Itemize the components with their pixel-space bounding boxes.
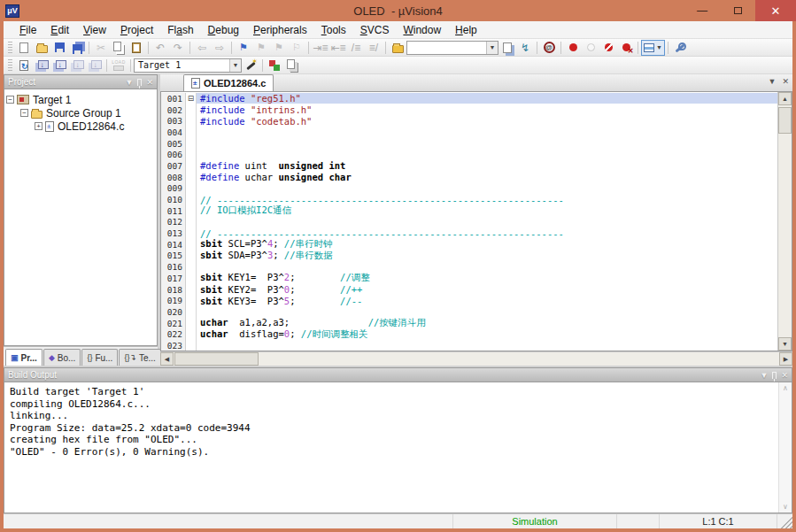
find-in-files2-button[interactable] <box>498 40 516 56</box>
code-line[interactable]: 016 <box>161 261 777 273</box>
previous-bookmark-button[interactable]: ⚑ <box>252 40 270 56</box>
tab-functions[interactable]: {} Fu... <box>81 349 118 366</box>
maximize-button[interactable] <box>720 0 755 21</box>
debug-windows-button[interactable]: ▼ <box>641 40 665 56</box>
menu-flash[interactable]: Flash <box>160 22 200 38</box>
collapse-icon[interactable]: − <box>6 96 14 104</box>
code-line[interactable]: 015sbit SDA=P3^3; //串行数据 <box>161 251 777 262</box>
fold-icon[interactable]: ⊟ <box>186 93 197 104</box>
copy-button[interactable] <box>110 40 128 56</box>
code-line[interactable]: 006 <box>161 149 777 160</box>
scroll-left-icon[interactable]: ◀ <box>160 352 174 366</box>
tab-list-icon[interactable]: ▼ <box>769 77 777 86</box>
code-line[interactable]: 022uchar disflag=0; //时间调整相关 <box>161 328 777 340</box>
file-extensions-button[interactable] <box>266 58 283 73</box>
code-line[interactable]: 013// ----------------------------------… <box>161 227 777 239</box>
next-bookmark-button[interactable]: ⚑ <box>270 40 288 56</box>
combo-dropdown-icon[interactable]: ▼ <box>229 59 241 72</box>
find-text-combo[interactable]: ▼ <box>406 41 498 55</box>
batch-build-button[interactable] <box>68 58 86 73</box>
menu-file[interactable]: File <box>12 22 43 38</box>
menu-view[interactable]: View <box>76 22 113 38</box>
paste-button[interactable] <box>128 40 145 56</box>
close-button[interactable]: ✕ <box>755 0 796 21</box>
menu-tools[interactable]: Tools <box>314 22 353 38</box>
code-line[interactable]: 002#include "intrins.h" <box>161 104 777 116</box>
redo-button[interactable]: ↷ <box>169 40 187 56</box>
resize-grip[interactable] <box>777 514 792 528</box>
code-line[interactable]: 017sbit KEY1= P3^2; //调整 <box>161 273 777 284</box>
open-file-button[interactable] <box>33 40 50 56</box>
uncomment-selection-button[interactable]: ≡/ <box>365 40 383 56</box>
undo-button[interactable]: ↶ <box>151 40 169 56</box>
clear-bookmarks-button[interactable]: ⚐ <box>288 40 305 56</box>
tab-books[interactable]: ◆ Bo... <box>43 349 81 366</box>
scroll-up-icon[interactable]: ▲ <box>778 92 792 105</box>
build-output-scrollbar[interactable]: ∧ ∨ <box>778 382 792 513</box>
code-line[interactable]: 020 <box>161 306 777 318</box>
combo-dropdown-icon[interactable]: ▼ <box>486 42 498 54</box>
code-line[interactable]: 023 <box>161 340 777 351</box>
insert-bookmark-button[interactable]: ⚑ <box>235 40 252 56</box>
new-file-button[interactable] <box>15 40 33 56</box>
navigate-back-button[interactable]: ⇦ <box>193 40 211 56</box>
code-lines[interactable]: 001⊟#include "reg51.h"002#include "intri… <box>161 92 777 351</box>
options-for-target-button[interactable] <box>242 58 259 73</box>
tab-templates[interactable]: {}↴ Te... <box>119 349 160 366</box>
code-line[interactable]: 019sbit KEY3= P3^5; //-- <box>161 295 777 306</box>
tree-item-target[interactable]: − Target 1 <box>6 93 155 106</box>
menu-debug[interactable]: Debug <box>201 22 246 38</box>
expand-icon[interactable]: + <box>35 122 43 130</box>
pin-icon[interactable] <box>772 372 777 379</box>
insert-breakpoint-button[interactable] <box>564 40 582 56</box>
code-line[interactable]: 004 <box>161 127 777 138</box>
save-all-button[interactable] <box>68 40 86 56</box>
menu-window[interactable]: Window <box>396 22 448 38</box>
scroll-down-icon[interactable]: ∨ <box>783 503 788 511</box>
pin-icon[interactable] <box>137 79 142 86</box>
disable-all-breakpoints-button[interactable] <box>599 40 617 56</box>
cut-button[interactable]: ✂ <box>92 40 110 56</box>
tree-item-source-file[interactable]: + OLED12864.c <box>6 120 155 133</box>
navigate-forward-button[interactable]: ⇨ <box>211 40 228 56</box>
scroll-right-icon[interactable]: ▶ <box>779 352 792 366</box>
menu-project[interactable]: Project <box>113 22 160 38</box>
target-select-combo[interactable]: Target 1 ▼ <box>134 58 242 73</box>
code-line[interactable]: 003#include "codetab.h" <box>161 115 777 127</box>
panel-close-icon[interactable]: ✕ <box>146 78 153 87</box>
code-line[interactable]: 014sbit SCL=P3^4; //串行时钟 <box>161 239 777 251</box>
code-line[interactable]: 008#define uchar unsigned char <box>161 172 777 183</box>
scroll-down-icon[interactable]: ▼ <box>778 337 792 351</box>
incremental-find-button[interactable]: ↯ <box>516 40 534 56</box>
unindent-button[interactable]: ⇤≡ <box>329 40 347 56</box>
code-line[interactable]: 010// ----------------------------------… <box>161 194 777 205</box>
code-line[interactable]: 011// IO口模拟I2C通信 <box>161 205 777 217</box>
build-button[interactable] <box>33 58 50 73</box>
stop-build-button[interactable] <box>86 58 104 73</box>
panel-menu-icon[interactable]: ▼ <box>761 371 769 380</box>
code-line[interactable]: 005 <box>161 138 777 150</box>
tab-project[interactable]: ▣ Pr... <box>5 349 43 366</box>
code-line[interactable]: 001⊟#include "reg51.h" <box>161 93 777 104</box>
editor-vertical-scrollbar[interactable]: ▲ ▼ <box>777 92 792 351</box>
code-line[interactable]: 012 <box>161 217 777 228</box>
panel-menu-icon[interactable]: ▼ <box>126 78 134 87</box>
translate-button[interactable] <box>15 58 33 73</box>
scroll-up-icon[interactable]: ∧ <box>783 384 788 392</box>
configure-button[interactable] <box>671 40 689 56</box>
toggle-breakpoint-button[interactable] <box>582 40 599 56</box>
build-output-text[interactable]: Build target 'Target 1'compiling OLED128… <box>4 382 778 513</box>
editor-horizontal-scrollbar[interactable]: ◀ ▶ <box>160 351 792 366</box>
code-line[interactable]: 018sbit KEY2= P3^0; //++ <box>161 284 777 296</box>
code-line[interactable]: 021uchar a1,a2,a3; //按键消斗用 <box>161 318 777 329</box>
scrollbar-thumb[interactable] <box>174 352 259 366</box>
tree-item-source-group[interactable]: − Source Group 1 <box>6 106 155 120</box>
menu-help[interactable]: Help <box>448 22 484 38</box>
close-document-icon[interactable]: ✕ <box>782 77 789 86</box>
kill-all-breakpoints-button[interactable] <box>617 40 635 56</box>
code-line[interactable]: 009 <box>161 183 777 195</box>
scrollbar-thumb[interactable] <box>778 107 792 134</box>
rebuild-button[interactable] <box>50 58 68 73</box>
code-line[interactable]: 007#define uint unsigned int <box>161 160 777 172</box>
comment-selection-button[interactable]: /≡ <box>347 40 365 56</box>
